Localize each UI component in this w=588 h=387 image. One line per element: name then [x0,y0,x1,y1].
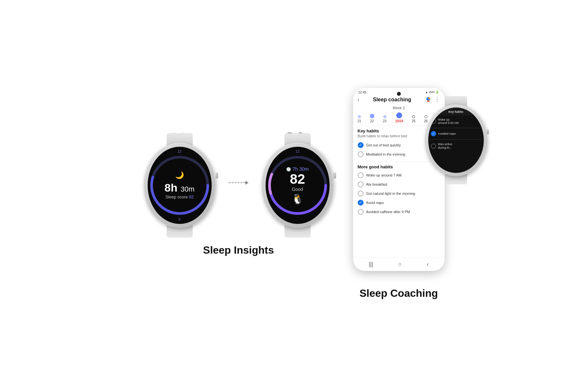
phone-watch-row: 12:45 ▲ WiFi 🔋 ‹ Sleep coaching [353,88,445,271]
phone-time: 12:45 [358,91,367,94]
habit-item-natural-light: Got natural light in the morning [358,189,440,198]
day-num-25: 25 [412,119,416,123]
day-dot-23 [383,115,386,118]
sw-check-was-active [431,143,436,149]
habit-check-meditated [358,151,364,157]
watch-screen-asis: 12 🌙 8h 30m Sleep score 82 [148,147,212,224]
nav-back-icon[interactable]: ‹ [427,261,429,268]
habit-check-no-caffeine [358,209,364,215]
watch-asis-wrapper: As-Is 12 🌙 [144,131,216,228]
day-item-today[interactable]: 10/24 [395,112,403,123]
habit-text-ate-breakfast: Ate breakfast [366,182,387,186]
habit-check-woke-up [358,172,364,178]
phone-header-title: Sleep coaching [373,97,411,103]
phone-nav-bar: ||| ○ ‹ [353,257,445,271]
watch-button-asis [216,173,218,178]
habit-check-avoid-naps: ✓ [358,200,364,206]
sleep-arc-svg-tobe [266,147,330,224]
watches-row: As-Is 12 🌙 [144,131,334,228]
svg-point-6 [428,97,430,99]
habit-check-natural-light [358,191,364,196]
habit-text-meditated: Meditated in the evening [366,152,405,156]
day-num-23: 23 [383,119,386,123]
habit-text-woke-up: Woke up around 7 AM [366,173,402,177]
sw-header: Key habits [428,108,484,115]
main-container: As-Is 12 🌙 [0,75,588,312]
sleep-arc-svg-asis [148,147,212,224]
habit-text-no-caffeine: Avoided caffeine after 9 PM [366,210,410,214]
day-num-22: 22 [370,119,374,123]
arrow-container [229,174,249,185]
sw-body: Key habits Woke uparound 5:00 AM ✓ [425,104,487,176]
phone-status-icons: ▲ WiFi 🔋 [425,91,439,94]
nav-home-icon[interactable]: ○ [398,261,402,268]
sw-habit-was-active: Was activeduring th... [431,141,481,151]
habit-check-got-out: ✓ [358,142,364,148]
nav-menu-icon[interactable]: ||| [369,261,373,268]
watch-6-asis: 6 [178,217,180,221]
day-item-21: 21 [358,115,361,123]
habit-item-ate-breakfast: Ate breakfast [358,180,440,189]
sw-case: Key habits Woke uparound 5:00 AM ✓ [425,104,487,176]
sw-screen: Key habits Woke uparound 5:00 AM ✓ [428,108,484,173]
watch-button-tobe [334,173,336,178]
sleep-coaching-section: 12:45 ▲ WiFi 🔋 ‹ Sleep coaching [353,88,445,299]
habit-check-ate-breakfast [358,181,364,187]
habit-item-no-caffeine: Avoided caffeine after 9 PM [358,207,440,216]
watch-tobe-wrapper: To-Be 12 [262,131,334,228]
habit-text-got-out: Got out of bed quickly [366,143,401,147]
day-num-21: 21 [358,119,361,123]
day-item-25: 25 [412,115,416,123]
arrow-head [245,181,249,185]
back-arrow-icon[interactable]: ‹ [358,97,359,103]
smartwatch-overlay: Key habits Woke uparound 5:00 AM ✓ [425,104,487,176]
habit-text-natural-light: Got natural light in the morning [366,192,415,195]
phone-header-icons: ⋮ [425,96,440,103]
watch-screen-tobe: 12 🕐 7h 30m 82 Good 🐧 [266,147,330,224]
day-item-23: 23 [383,115,386,123]
sw-button [487,129,489,134]
sw-habit-avoided-naps: ✓ Avoided naps [431,130,481,138]
sw-text-avoided-naps: Avoided naps [438,132,456,136]
sw-divider-1 [431,128,481,128]
key-habits-title: Key habits [358,128,407,133]
sleep-insights-section: As-Is 12 🌙 [144,131,334,256]
watch-tobe-body: 12 🕐 7h 30m 82 Good 🐧 [262,143,334,228]
watch-12-asis: 12 [177,149,181,153]
habit-item-avoid-naps: ✓ Avoid naps [358,198,440,207]
app-logo-icon [425,96,432,103]
day-num-today: 10/24 [395,119,403,123]
arrow-dashed [229,182,245,183]
day-dot-today [396,112,402,118]
key-habits-subtitle: Build habits to relax before bed [358,134,407,138]
sw-check-avoided-naps: ✓ [431,131,436,136]
sleep-insights-title: Sleep Insights [203,244,274,256]
sw-check-woke-up [431,119,436,124]
sw-text-woke-up: Woke uparound 5:00 AM [438,118,459,125]
sleep-coaching-title: Sleep Coaching [359,287,438,299]
watch-asis-body: 12 🌙 8h 30m Sleep score 82 [144,143,216,228]
day-dot-25 [412,115,415,118]
watch-case-asis: 12 🌙 8h 30m Sleep score 82 [144,143,216,228]
watch-case-tobe: 12 🕐 7h 30m 82 Good 🐧 [262,143,334,228]
sw-divider-2 [431,139,481,140]
watch-12-tobe: 12 [295,149,299,153]
phone-notch [397,92,401,96]
sw-header-title: Key habits [432,110,481,113]
day-dot-22 [370,114,374,118]
day-item-22: 22 [370,114,374,123]
more-options-icon[interactable]: ⋮ [434,96,440,103]
sw-content: Woke uparound 5:00 AM ✓ Avoided naps [428,115,484,173]
habit-text-avoid-naps: Avoid naps [366,201,384,205]
sw-text-was-active: Was activeduring th... [438,143,452,150]
sw-habit-woke-up: Woke uparound 5:00 AM [431,117,481,126]
day-dot-21 [358,115,361,118]
